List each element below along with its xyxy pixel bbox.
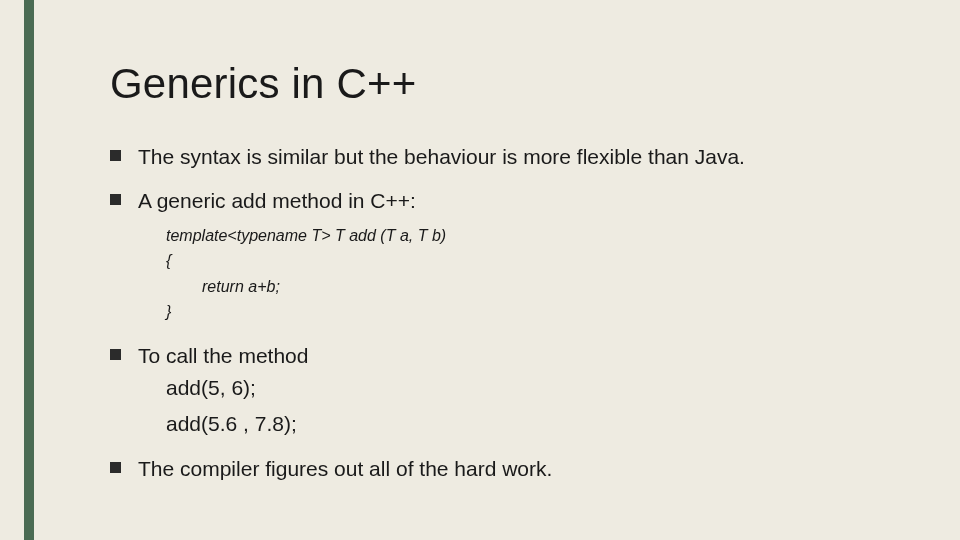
bullet-text: To call the method — [138, 344, 308, 367]
code-line: } — [166, 299, 900, 325]
bullet-item: The syntax is similar but the behaviour … — [110, 144, 900, 170]
code-line: template<typename T> T add (T a, T b) — [166, 223, 900, 249]
bullet-text: The compiler figures out all of the hard… — [138, 457, 552, 480]
slide-content: Generics in C++ The syntax is similar bu… — [110, 60, 900, 500]
code-line: return a+b; — [202, 274, 900, 300]
accent-bar — [24, 0, 34, 540]
bullet-item: To call the method add(5, 6); add(5.6 , … — [110, 343, 900, 438]
bullet-item: The compiler figures out all of the hard… — [110, 456, 900, 482]
bullet-text: A generic add method in C++: — [138, 189, 416, 212]
code-call: add(5, 6); — [166, 375, 900, 401]
code-call: add(5.6 , 7.8); — [166, 411, 900, 437]
code-line: { — [166, 248, 900, 274]
bullet-text: The syntax is similar but the behaviour … — [138, 145, 745, 168]
bullet-item: A generic add method in C++: template<ty… — [110, 188, 900, 325]
bullet-list: The syntax is similar but the behaviour … — [110, 144, 900, 482]
slide-title: Generics in C++ — [110, 60, 900, 108]
code-block: template<typename T> T add (T a, T b) { … — [166, 223, 900, 325]
